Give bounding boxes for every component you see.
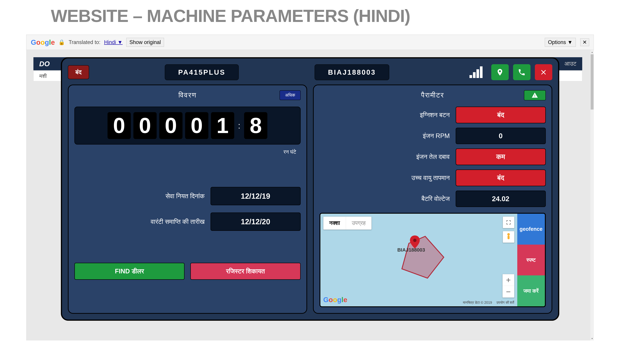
svg-point-2 bbox=[507, 233, 510, 236]
more-button[interactable]: अधिक bbox=[279, 90, 301, 100]
map-tab-map[interactable]: नक्शा bbox=[324, 217, 346, 229]
show-original-button[interactable]: Show original bbox=[126, 38, 164, 47]
odometer-digit: 0 bbox=[133, 112, 157, 139]
service-date-row: सेवा नियत दिनांक 12/12/19 bbox=[74, 187, 301, 205]
site-logo: DO bbox=[39, 60, 50, 68]
machine-modal: बंद PA415PLUS BIAJ188003 bbox=[61, 57, 559, 321]
parameter-label: उच्च वायु तापमान bbox=[411, 174, 450, 182]
find-dealer-button[interactable]: FIND डीलर bbox=[74, 263, 185, 280]
odometer-digit: 0 bbox=[108, 112, 131, 139]
lock-icon: 🔒 bbox=[58, 39, 65, 45]
zoom-controls: + − bbox=[502, 274, 514, 298]
map-pin-icon bbox=[410, 235, 420, 248]
geofence-polygon bbox=[396, 234, 450, 280]
modal-close-button[interactable] bbox=[535, 64, 552, 80]
translated-to-label: Translated to: bbox=[69, 39, 100, 45]
fullscreen-icon bbox=[506, 220, 511, 225]
odometer-digit: 0 bbox=[185, 112, 208, 139]
signal-icon bbox=[469, 66, 482, 78]
marker-label: BIAJ188003 bbox=[397, 247, 425, 253]
odometer: 0 0 0 0 1 : 8 bbox=[74, 106, 301, 145]
page-background: ▴ ▾ DO आउट मशी बंद PA415PLUS BIAJ188003 bbox=[26, 50, 594, 340]
location-button[interactable] bbox=[491, 64, 509, 80]
map-data-text: मानचित्र डेटा © 2019 bbox=[463, 301, 492, 304]
nav-item: मशी bbox=[39, 73, 47, 79]
close-translate-button[interactable]: ✕ bbox=[580, 38, 589, 46]
scrollbar[interactable]: ▴ ▾ bbox=[590, 50, 594, 340]
parameter-value: 0 bbox=[456, 128, 546, 144]
svg-point-1 bbox=[413, 239, 417, 242]
register-complaint-button[interactable]: रजिस्टर शिकायत bbox=[190, 263, 301, 280]
map-sidebar: geofence स्पष्ट जमा करें bbox=[517, 214, 545, 306]
odometer-separator: : bbox=[237, 121, 242, 131]
location-pin-icon bbox=[496, 68, 504, 76]
parameter-label: इंजन तेल दबाव bbox=[416, 153, 450, 161]
logout-partial: आउट bbox=[564, 61, 576, 67]
parameter-row: इग्निशन बटनबंद bbox=[320, 106, 546, 123]
fullscreen-button[interactable] bbox=[503, 217, 514, 228]
geofence-button[interactable]: geofence bbox=[517, 214, 545, 245]
parameter-value: बंद bbox=[456, 106, 546, 123]
parameter-row: इंजन RPM0 bbox=[320, 128, 546, 144]
parameter-row: बैटरि वोल्टेज24.02 bbox=[320, 191, 546, 207]
parameters-panel: पैरामीटर इग्निशन बटनबंदइंजन RPM0इंजन तेल… bbox=[313, 85, 552, 314]
browser-container: Google 🔒 Translated to: Hindi ▼ Show ori… bbox=[26, 35, 594, 340]
map-google-logo: Google bbox=[323, 296, 347, 304]
warranty-date-label: वारंटी समाप्ति की तारीख bbox=[151, 218, 205, 226]
translate-bar: Google 🔒 Translated to: Hindi ▼ Show ori… bbox=[26, 35, 594, 50]
scrollbar-thumb[interactable] bbox=[591, 54, 594, 109]
svg-marker-0 bbox=[402, 236, 444, 278]
parameter-row: उच्च वायु तापमानबंद bbox=[320, 169, 546, 186]
zoom-in-button[interactable]: + bbox=[503, 274, 514, 286]
modal-close-label-button[interactable]: बंद bbox=[68, 65, 89, 79]
map-terms-link[interactable]: उपयोग की शर्ते bbox=[496, 301, 514, 304]
service-date-value: 12/12/19 bbox=[211, 187, 301, 205]
language-link[interactable]: Hindi ▼ bbox=[104, 39, 123, 45]
close-icon bbox=[540, 68, 547, 76]
parameter-value: 24.02 bbox=[456, 191, 546, 207]
map-type-tabs: नक्शा उपग्रह bbox=[323, 217, 372, 230]
odometer-digit: 0 bbox=[159, 112, 183, 139]
zoom-out-button[interactable]: − bbox=[503, 286, 514, 298]
scroll-up-icon[interactable]: ▴ bbox=[591, 50, 594, 54]
save-button[interactable]: जमा करें bbox=[517, 275, 545, 306]
machine-serial: BIAJ188003 bbox=[315, 64, 389, 80]
parameter-label: इग्निशन बटन bbox=[420, 111, 450, 119]
scroll-down-icon[interactable]: ▾ bbox=[591, 336, 594, 340]
pegman-button[interactable] bbox=[503, 231, 514, 243]
description-title: विवरण bbox=[178, 91, 197, 99]
machine-model: PA415PLUS bbox=[165, 64, 239, 80]
parameters-title: पैरामीटर bbox=[421, 91, 444, 99]
map-tab-satellite[interactable]: उपग्रह bbox=[346, 217, 372, 229]
warning-icon bbox=[531, 92, 538, 98]
warranty-date-row: वारंटी समाप्ति की तारीख 12/12/20 bbox=[74, 212, 301, 231]
map-attribution: मानचित्र डेटा © 2019 उपयोग की शर्ते bbox=[463, 301, 514, 304]
svg-rect-3 bbox=[508, 236, 510, 239]
pegman-icon bbox=[506, 233, 512, 241]
odometer-digit: 8 bbox=[244, 112, 267, 139]
clear-button[interactable]: स्पष्ट bbox=[517, 245, 545, 275]
modal-header: बंद PA415PLUS BIAJ188003 bbox=[68, 64, 552, 80]
parameter-row: इंजन तेल दबावकम bbox=[320, 149, 546, 165]
options-button[interactable]: Options ▼ bbox=[545, 38, 576, 47]
alert-status[interactable] bbox=[524, 90, 546, 100]
call-button[interactable] bbox=[513, 64, 530, 80]
service-date-label: सेवा नियत दिनांक bbox=[166, 193, 205, 200]
description-panel: विवरण अधिक 0 0 0 0 1 : 8 रन घंटे bbox=[68, 85, 307, 314]
phone-icon bbox=[518, 68, 526, 76]
map-container: नक्शा उपग्रह BIAJ188003 bbox=[320, 213, 546, 307]
parameter-value: कम bbox=[456, 149, 546, 165]
parameter-value: बंद bbox=[456, 169, 546, 186]
google-logo: Google bbox=[31, 38, 55, 46]
odometer-label: रन घंटे bbox=[74, 149, 301, 155]
parameter-label: बैटरि वोल्टेज bbox=[421, 195, 450, 202]
map-area[interactable]: नक्शा उपग्रह BIAJ188003 bbox=[320, 214, 517, 306]
parameter-label: इंजन RPM bbox=[423, 132, 450, 140]
odometer-digit: 1 bbox=[211, 112, 234, 139]
warranty-date-value: 12/12/20 bbox=[211, 212, 301, 231]
slide-title: WEBSITE – MACHINE PARAMETERS (HINDI) bbox=[0, 0, 620, 29]
